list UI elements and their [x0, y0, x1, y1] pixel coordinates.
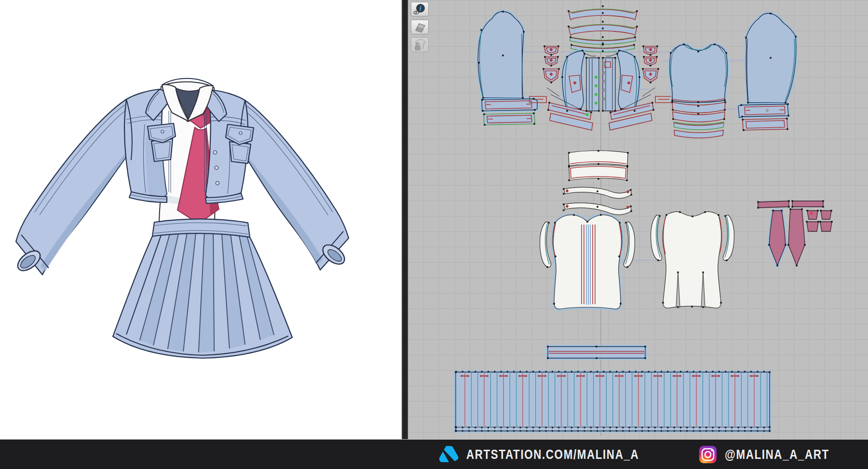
pattern-piece-pocket-flaps-left[interactable]: [543, 46, 559, 82]
credits-row: ARTSTATION.COM/MALINA_A: [438, 440, 855, 469]
pattern-piece-pocket-flaps-right[interactable]: [643, 46, 658, 82]
pattern-piece-shirt-collar-band-2[interactable]: [569, 165, 627, 180]
pattern-piece-shirt-collar-stand-2[interactable]: [564, 203, 631, 215]
pattern-piece-upper-collar[interactable]: [569, 9, 637, 20]
pattern-piece-tie-keeper-2[interactable]: [792, 201, 823, 207]
pattern-piece-left-sleeve[interactable]: [478, 12, 524, 98]
2d-pattern-viewport[interactable]: i: [408, 0, 868, 439]
instagram-handle: @MALINA_A_ART: [725, 447, 829, 462]
pattern-piece-right-cuff[interactable]: [738, 104, 788, 118]
info-eye-icon: i: [413, 3, 427, 15]
pattern-piece-tie-keeper-1[interactable]: [758, 201, 789, 208]
pattern-piece-armhole-binding-left[interactable]: [540, 222, 551, 268]
artstation-logo-icon: [438, 445, 459, 463]
avatar-lock-button[interactable]: [411, 38, 429, 52]
pattern-canvas[interactable]: [408, 0, 868, 439]
artstation-handle: ARTSTATION.COM/MALINA_A: [466, 447, 639, 462]
pattern-piece-shirt-front[interactable]: [553, 215, 622, 309]
shirt-lock-icon: [413, 39, 427, 51]
pattern-piece-skirt-panel[interactable]: [456, 371, 770, 432]
fabric-icon: [413, 21, 427, 33]
pattern-piece-shirt-back-binding-left[interactable]: [651, 215, 662, 261]
3d-garment-viewport[interactable]: [0, 0, 402, 439]
pattern-piece-jacket-back[interactable]: [670, 44, 728, 103]
pattern-piece-skirt-waistband[interactable]: [548, 347, 645, 358]
pattern-piece-shirt-back-binding-right[interactable]: [723, 215, 734, 261]
skirt: [113, 219, 292, 358]
fabric-button[interactable]: [411, 20, 429, 34]
pattern-piece-tie-blade-selected[interactable]: [769, 211, 786, 266]
pattern-piece-tie-knot-pieces[interactable]: [807, 211, 832, 231]
pattern-piece-shirt-back[interactable]: [663, 212, 721, 308]
2d-toolbar: i: [411, 2, 429, 52]
instagram-logo-icon: [699, 445, 717, 464]
jacket-left-sleeve: [14, 99, 141, 275]
pattern-piece-left-cuff-facing[interactable]: [484, 113, 535, 125]
pattern-piece-shirt-collar-stand-1[interactable]: [564, 187, 631, 198]
pattern-piece-back-waist-bands[interactable]: [672, 102, 725, 138]
pattern-info-button[interactable]: i: [411, 2, 429, 16]
app-window: i: [0, 0, 868, 469]
pattern-piece-tie-blade[interactable]: [788, 209, 805, 266]
garment-render: [0, 0, 402, 439]
credits-footer: ARTSTATION.COM/MALINA_A: [0, 439, 868, 469]
svg-text:i: i: [420, 5, 421, 12]
pattern-piece-under-collar[interactable]: [569, 25, 637, 36]
pattern-piece-right-cuff-facing[interactable]: [743, 119, 787, 130]
viewport-divider[interactable]: [402, 0, 408, 439]
pattern-piece-left-cuff[interactable]: [482, 99, 537, 111]
